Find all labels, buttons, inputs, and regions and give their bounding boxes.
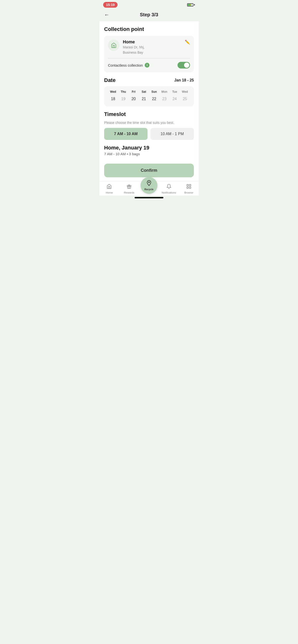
svg-rect-4 <box>187 187 188 188</box>
cal-date-19[interactable]: 19 <box>118 95 129 102</box>
address-row: Home Marasi Dr, hhj, Business Bay ✏️ <box>108 40 190 58</box>
timeslot-section: Timeslot Please choose the time slot tha… <box>99 106 199 140</box>
day-header-wed2: Wed <box>180 90 190 95</box>
contactless-row: Contactless collection i <box>108 58 190 68</box>
day-header-wed1: Wed <box>108 90 118 95</box>
edit-button[interactable]: ✏️ <box>185 40 190 45</box>
contactless-toggle[interactable] <box>178 62 190 68</box>
notifications-nav-label: Notifications <box>162 191 176 194</box>
cal-date-21[interactable]: 21 <box>139 95 149 102</box>
recycle-fab-icon <box>146 180 152 188</box>
day-header-fri: Fri <box>129 90 139 95</box>
summary-title: Home, January 19 <box>104 145 194 151</box>
day-header-thu: Thu <box>118 90 129 95</box>
confirm-button[interactable]: Confirm <box>104 164 194 177</box>
notifications-nav-icon <box>166 184 172 190</box>
contactless-text: Contactless collection <box>108 63 143 67</box>
back-button[interactable]: ← <box>104 12 109 18</box>
collection-card: Home Marasi Dr, hhj, Business Bay ✏️ Con… <box>104 36 194 72</box>
bottom-nav: Home Rewards Recycle <box>99 181 199 196</box>
timeslot-7am[interactable]: 7 AM - 10 AM <box>104 128 147 140</box>
info-icon[interactable]: i <box>145 63 150 68</box>
calendar-grid: Wed Thu Fri Sat Sun Mon Tue Wed 18 19 20… <box>108 90 190 102</box>
date-range: Jan 18 - 25 <box>174 78 194 82</box>
cal-date-25: 25 <box>180 95 190 102</box>
browse-nav-icon <box>186 184 192 190</box>
svg-rect-5 <box>189 187 191 188</box>
page-title: Step 3/3 <box>140 12 158 18</box>
summary-detail: 7 AM - 10 AM • 3 bags <box>104 152 194 156</box>
day-header-mon: Mon <box>159 90 170 95</box>
date-header: Date Jan 18 - 25 <box>99 72 199 86</box>
timeslot-10am[interactable]: 10 AM - 1 PM <box>151 128 194 140</box>
rewards-nav-label: Rewards <box>124 191 134 194</box>
home-nav-label: Home <box>106 191 113 194</box>
svg-rect-3 <box>189 184 191 186</box>
nav-recycle[interactable]: Recycle <box>139 184 159 194</box>
date-title: Date <box>104 77 116 84</box>
contactless-label: Contactless collection i <box>108 63 150 68</box>
address-line1: Marasi Dr, hhj, <box>123 45 181 50</box>
cal-date-22[interactable]: 22 <box>149 95 159 102</box>
cal-date-19-selected[interactable]: 19 <box>118 97 129 101</box>
home-indicator <box>135 197 163 198</box>
cal-date-23: 23 <box>159 95 170 102</box>
collection-point-title: Collection point <box>104 26 194 32</box>
browse-nav-label: Browse <box>184 191 193 194</box>
cal-date-20[interactable]: 20 <box>129 95 139 102</box>
timeslot-options: 7 AM - 10 AM 10 AM - 1 PM <box>104 128 194 140</box>
timeslot-title: Timeslot <box>104 111 194 118</box>
status-bar: 15:19 ⚡ <box>99 0 199 10</box>
nav-home[interactable]: Home <box>99 184 119 194</box>
summary-section: Home, January 19 7 AM - 10 AM • 3 bags <box>99 145 199 164</box>
timeslot-subtitle: Please choose the time slot that suits y… <box>104 121 194 124</box>
day-header-sun: Sun <box>149 90 159 95</box>
svg-rect-2 <box>187 184 188 186</box>
location-name: Home <box>123 40 181 44</box>
home-icon <box>111 42 117 48</box>
day-header-sat: Sat <box>139 90 149 95</box>
recycle-fab-label: Recycle <box>144 188 154 191</box>
cal-date-18[interactable]: 18 <box>108 95 118 102</box>
rewards-nav-icon <box>126 184 132 190</box>
collection-point-section: Collection point Home Marasi Dr, hhj, Bu… <box>99 21 199 72</box>
cal-date-24: 24 <box>170 95 180 102</box>
calendar-card: Wed Thu Fri Sat Sun Mon Tue Wed 18 19 20… <box>104 86 194 106</box>
nav-rewards[interactable]: Rewards <box>119 184 139 194</box>
address-info: Home Marasi Dr, hhj, Business Bay <box>123 40 181 55</box>
home-icon-circle <box>108 40 119 51</box>
time-display: 15:19 <box>103 2 117 8</box>
address-line2: Business Bay <box>123 50 181 55</box>
header: ← Step 3/3 <box>99 10 199 21</box>
nav-browse[interactable]: Browse <box>179 184 199 194</box>
nav-notifications[interactable]: Notifications <box>159 184 179 194</box>
home-nav-icon <box>106 184 112 190</box>
day-header-tue: Tue <box>170 90 180 95</box>
battery-indicator: ⚡ <box>187 3 195 6</box>
svg-point-1 <box>148 182 150 183</box>
recycle-fab[interactable]: Recycle <box>140 177 158 194</box>
